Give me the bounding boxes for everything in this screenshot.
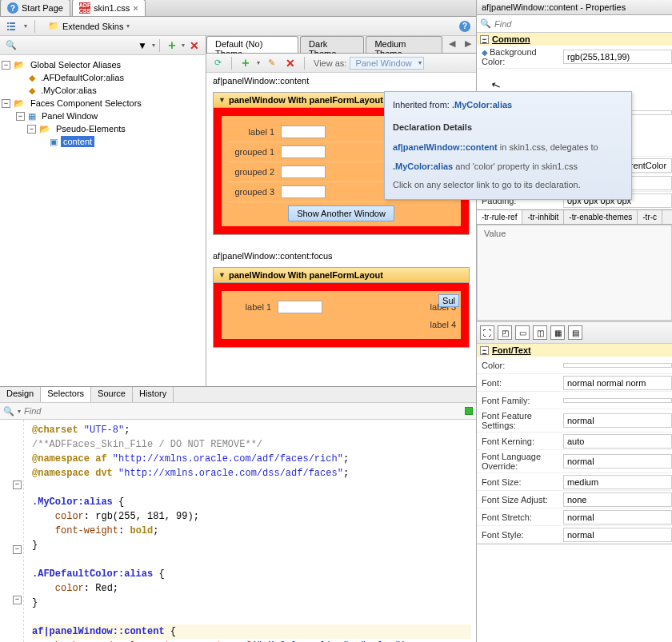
prop-label: Font: bbox=[477, 377, 563, 389]
refresh-button[interactable]: ⟳ bbox=[210, 55, 226, 71]
toolbar-icon[interactable]: ▭ bbox=[515, 325, 530, 340]
toolbar-icon[interactable]: ▤ bbox=[568, 325, 582, 340]
prop-value[interactable]: normal bbox=[563, 413, 672, 428]
tab-start-page[interactable]: ? Start Page bbox=[0, 0, 70, 16]
section-header-font[interactable]: − Font/Text bbox=[477, 344, 672, 357]
collapse-icon[interactable]: − bbox=[480, 346, 489, 355]
prop-value[interactable]: normal normal norm bbox=[563, 376, 672, 390]
dropdown-label: Extended Skins bbox=[62, 22, 123, 31]
form-input[interactable] bbox=[281, 165, 326, 178]
panel-window-header[interactable]: ▼ panelWindow With panelFormLayout bbox=[214, 268, 469, 283]
find-input[interactable] bbox=[24, 406, 462, 416]
chevron-down-icon[interactable]: ▾ bbox=[257, 59, 260, 66]
tab-tr-enable-themes[interactable]: -tr-enable-themes bbox=[564, 210, 638, 224]
fold-icon[interactable]: − bbox=[13, 481, 22, 489]
tab-dark-theme[interactable]: Dark Theme bbox=[300, 36, 364, 53]
show-another-button[interactable]: Show Another Window bbox=[288, 205, 394, 221]
add-button[interactable]: + bbox=[164, 38, 180, 54]
value-area[interactable]: Value bbox=[477, 225, 672, 321]
expand-icon[interactable]: ▼ bbox=[218, 96, 226, 104]
tab-scroll-left[interactable]: ◀ bbox=[444, 36, 460, 53]
prop-value[interactable]: none bbox=[563, 492, 672, 507]
svg-rect-0 bbox=[7, 22, 9, 24]
close-icon[interactable]: × bbox=[133, 3, 138, 13]
tooltip-text: and 'color' property bbox=[455, 161, 530, 171]
edit-button[interactable]: ✎ bbox=[263, 55, 279, 71]
toolbar-icon[interactable]: ▦ bbox=[550, 325, 565, 340]
delete-button[interactable]: ✕ bbox=[186, 38, 202, 54]
tab-medium-theme[interactable]: Medium Theme bbox=[366, 36, 442, 53]
tooltip-link-alias[interactable]: .MyColor:alias bbox=[393, 161, 453, 171]
tree-node-alias[interactable]: ◆ .AFDefaultColor:alias bbox=[2, 71, 204, 84]
form-label: grouped 2 bbox=[230, 167, 274, 177]
filter-button[interactable]: ▼ bbox=[134, 38, 150, 54]
form-input[interactable] bbox=[281, 185, 326, 198]
tab-selectors[interactable]: Selectors bbox=[41, 387, 91, 402]
form-input[interactable] bbox=[278, 301, 322, 313]
prop-label: Font Kerning: bbox=[477, 435, 563, 448]
properties-icon-toolbar: ⛶ ◰ ▭ ◫ ▦ ▤ bbox=[477, 321, 672, 344]
list-view-button[interactable] bbox=[3, 18, 19, 34]
help-button[interactable]: ? bbox=[457, 18, 473, 34]
collapse-icon[interactable]: − bbox=[480, 35, 489, 44]
form-input[interactable] bbox=[281, 126, 326, 138]
tab-tr-children[interactable]: -tr-c bbox=[638, 210, 662, 224]
tab-source[interactable]: Source bbox=[91, 387, 133, 402]
tooltip-link-selector[interactable]: af|panelWindow::content bbox=[393, 142, 498, 152]
collapse-icon[interactable]: − bbox=[16, 112, 25, 121]
prop-value[interactable]: normal bbox=[563, 510, 672, 524]
code-editor[interactable]: − − − @charset "UTF-8"; /**ADFFaces_Skin… bbox=[0, 420, 476, 642]
tree-node-faces-selectors[interactable]: − 📂 Faces Component Selectors bbox=[2, 97, 204, 110]
toolbar-icon[interactable]: ⛶ bbox=[480, 325, 494, 340]
prop-value[interactable]: rgb(255,181,99) bbox=[563, 50, 672, 64]
chevron-down-icon[interactable]: ▾ bbox=[152, 42, 155, 49]
prop-value[interactable]: auto bbox=[563, 434, 672, 449]
fold-icon[interactable]: − bbox=[13, 596, 22, 604]
toolbar-icon[interactable]: ◰ bbox=[498, 325, 512, 340]
form-input[interactable] bbox=[281, 146, 326, 158]
section-header-common[interactable]: − Common bbox=[477, 33, 672, 46]
delete-button[interactable]: ✕ bbox=[282, 55, 298, 71]
prop-value[interactable]: normal bbox=[563, 454, 672, 469]
tree-node-pseudo[interactable]: − 📂 Pseudo-Elements bbox=[2, 122, 204, 135]
extended-skins-dropdown[interactable]: 📁 Extended Skins ▾ bbox=[42, 18, 135, 34]
collapse-icon[interactable]: − bbox=[2, 61, 10, 70]
tab-skin-css[interactable]: ADFCSS skin1.css × bbox=[72, 0, 146, 16]
dropdown-icon[interactable]: ▾ bbox=[24, 22, 27, 30]
sul-button[interactable]: Sul bbox=[438, 294, 459, 307]
preview-toolbar: ⟳ + ▾ ✎ ✕ View as: Panel Window ▾ bbox=[206, 54, 476, 73]
prop-value[interactable]: normal bbox=[563, 528, 672, 542]
add-button[interactable]: + bbox=[238, 55, 254, 71]
tab-history[interactable]: History bbox=[133, 387, 174, 402]
form-label: label 4 bbox=[424, 320, 456, 329]
prop-label: Font Language Override: bbox=[477, 450, 563, 473]
tab-scroll-right[interactable]: ▶ bbox=[460, 36, 476, 53]
tooltip-link-alias[interactable]: .MyColor:alias bbox=[452, 100, 512, 110]
tree-node-panel-window[interactable]: − ▦ Panel Window bbox=[2, 110, 204, 122]
alias-icon: ◆ bbox=[29, 73, 35, 83]
collapse-icon[interactable]: − bbox=[2, 99, 10, 108]
tab-design[interactable]: Design bbox=[0, 387, 41, 402]
prop-value[interactable] bbox=[563, 398, 672, 403]
tab-tr-rule-ref[interactable]: -tr-rule-ref bbox=[477, 210, 522, 224]
chevron-down-icon[interactable]: ▾ bbox=[182, 42, 185, 49]
prop-value[interactable] bbox=[563, 363, 672, 368]
viewas-select[interactable]: Panel Window ▾ bbox=[350, 57, 423, 70]
svg-rect-5 bbox=[10, 29, 15, 30]
collapse-icon[interactable]: − bbox=[27, 125, 36, 134]
alias-icon: ◆ bbox=[29, 86, 35, 96]
prop-label: Font Style: bbox=[477, 528, 563, 541]
tree-node-content[interactable]: ▣ content bbox=[2, 135, 204, 148]
search-button[interactable]: 🔍 bbox=[3, 38, 19, 54]
tab-tr-inhibit[interactable]: -tr-inhibit bbox=[522, 210, 564, 224]
chevron-down-icon[interactable]: ▾ bbox=[18, 408, 21, 415]
find-input[interactable] bbox=[494, 19, 669, 29]
tab-default-theme[interactable]: Default (No) Theme bbox=[206, 36, 298, 53]
prop-value[interactable]: medium bbox=[563, 475, 672, 489]
tree-node-alias[interactable]: ◆ .MyColor:alias bbox=[2, 84, 204, 97]
tree-node-global-aliases[interactable]: − 📂 Global Selector Aliases bbox=[2, 58, 204, 71]
fold-icon[interactable]: − bbox=[13, 545, 22, 554]
expand-icon[interactable]: ▼ bbox=[218, 271, 226, 279]
toolbar-icon[interactable]: ◫ bbox=[533, 325, 547, 340]
prop-label: Background Color: bbox=[482, 47, 537, 66]
